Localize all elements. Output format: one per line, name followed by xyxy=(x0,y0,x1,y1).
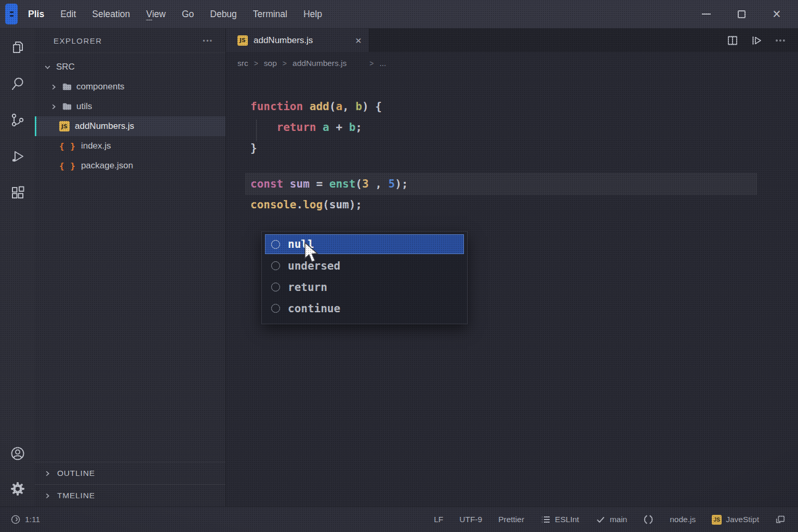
breadcrumb-item[interactable]: src xyxy=(237,59,248,68)
editor-area: JS addNumbers.js × src>sop>addNumbers.js… xyxy=(226,29,798,507)
status-linter[interactable]: ESLInt xyxy=(540,514,579,525)
activity-bar-top xyxy=(7,37,28,203)
tree-item-package-json[interactable]: { }package.json xyxy=(35,156,225,176)
suggest-item-return[interactable]: return xyxy=(262,276,467,298)
status-encoding[interactable]: UTF-9 xyxy=(459,515,482,524)
folder-icon xyxy=(62,102,72,111)
status-formatter[interactable]: Prettier xyxy=(498,515,524,524)
tree-label: components xyxy=(76,82,125,92)
breadcrumb: src>sop>addNumbers.js>... xyxy=(226,52,798,75)
menu-edit[interactable]: Edit xyxy=(60,9,76,20)
tree-label: SRC xyxy=(56,62,75,72)
code-line: console.log(sum); xyxy=(250,194,756,215)
breadcrumb-separator-icon: > xyxy=(283,59,287,68)
close-button[interactable]: × xyxy=(771,8,782,20)
menu-debug[interactable]: Debug xyxy=(210,9,237,20)
chevron-right-icon xyxy=(44,492,51,500)
list-icon xyxy=(540,514,551,525)
window-controls: × xyxy=(700,8,790,20)
status-label: LF xyxy=(434,515,443,524)
status-sync[interactable] xyxy=(643,514,654,525)
tab-bar: JS addNumbers.js × xyxy=(226,29,798,52)
status-cursor-position[interactable]: 1:11 xyxy=(10,514,40,525)
breadcrumb-separator-icon: > xyxy=(254,59,258,68)
maximize-icon xyxy=(738,10,746,18)
js-badge-icon: JS xyxy=(712,515,722,525)
section-label: TMELINE xyxy=(57,491,95,500)
tab-addnumbers[interactable]: JS addNumbers.js × xyxy=(226,29,369,52)
suggest-item-null[interactable]: null xyxy=(265,234,464,254)
minimize-icon xyxy=(702,14,711,15)
suggest-label: continue xyxy=(288,302,340,315)
code-editor[interactable]: function add(a, b) { return a + b;}const… xyxy=(226,75,798,215)
maximize-button[interactable] xyxy=(736,8,747,20)
menu-seleation[interactable]: Seleation xyxy=(92,9,130,20)
run-icon xyxy=(750,34,763,47)
code-line: const sum = enst(3 , 5); xyxy=(246,174,756,194)
explorer-header: EXPLORER ••• xyxy=(35,29,225,52)
more-actions-icon[interactable]: ••• xyxy=(203,37,213,45)
statusbar-left: 1:11 xyxy=(10,514,40,525)
status-line-ending[interactable]: LF xyxy=(434,515,443,524)
minimize-button[interactable] xyxy=(700,8,712,20)
more-button[interactable] xyxy=(774,34,787,47)
split-editor-button[interactable] xyxy=(726,34,739,47)
tree-item-index-js[interactable]: { }index.js xyxy=(35,136,225,156)
activity-settings-button[interactable] xyxy=(7,478,28,499)
breadcrumb-item[interactable]: addNumbers.js xyxy=(292,59,347,68)
breadcrumb-overflow[interactable]: ... xyxy=(379,59,386,68)
js-file-icon: JS xyxy=(59,121,70,131)
app-window: PlisEditSeleationViewGoDebugTerminalHelp… xyxy=(0,0,798,532)
source-control-icon xyxy=(9,112,26,128)
status-remote-window[interactable] xyxy=(775,514,786,525)
folder-icon xyxy=(62,82,72,91)
suggest-label: return xyxy=(288,281,327,294)
tree-item-components[interactable]: components xyxy=(35,77,225,97)
status-language-mode[interactable]: JSJaveStipt xyxy=(712,515,759,525)
section-tmeline[interactable]: TMELINE xyxy=(35,484,225,507)
breadcrumb-item[interactable]: sop xyxy=(264,59,277,68)
extensions-icon xyxy=(9,184,26,201)
braces-file-icon: { } xyxy=(59,161,76,171)
activity-account-button[interactable] xyxy=(7,443,28,464)
tree-label: package.json xyxy=(81,161,133,171)
code-line: } xyxy=(250,138,756,158)
menu-view[interactable]: View xyxy=(146,9,166,20)
section-outline[interactable]: OUTLINE xyxy=(35,462,225,484)
menu-plis[interactable]: Plis xyxy=(28,9,44,20)
split-editor-icon xyxy=(726,34,739,47)
run-button[interactable] xyxy=(750,34,763,47)
activity-extensions-button[interactable] xyxy=(7,182,28,203)
chevron-down-icon xyxy=(44,63,51,71)
menu-go[interactable]: Go xyxy=(182,9,194,20)
title-bar: PlisEditSeleationViewGoDebugTerminalHelp… xyxy=(0,0,798,29)
status-runtime[interactable]: node.js xyxy=(670,515,696,524)
activity-files-button[interactable] xyxy=(7,37,28,58)
menu-terminal[interactable]: Terminal xyxy=(253,9,287,20)
suggest-label: null xyxy=(288,238,314,250)
tree-item-addnumbers-js[interactable]: JSaddNumbers.js xyxy=(35,116,225,136)
activity-source-control-button[interactable] xyxy=(7,110,28,130)
tab-close-icon[interactable]: × xyxy=(355,34,362,47)
activity-search-button[interactable] xyxy=(7,73,28,94)
activity-run-debug-button[interactable] xyxy=(7,146,28,167)
files-icon xyxy=(9,39,26,56)
status-label: UTF-9 xyxy=(459,515,482,524)
editor-actions xyxy=(726,29,798,52)
tree-item-src[interactable]: SRC xyxy=(35,57,225,77)
activity-bar-bottom xyxy=(7,443,28,499)
status-label: main xyxy=(610,515,628,524)
breadcrumb-separator-icon: > xyxy=(369,59,374,68)
status-git-branch[interactable]: main xyxy=(595,514,628,525)
check-icon xyxy=(595,514,606,525)
tree-item-utils[interactable]: utils xyxy=(35,97,225,116)
status-label: ESLInt xyxy=(555,515,579,524)
explorer-sidebar: EXPLORER ••• SRCcomponentsutilsJSaddNumb… xyxy=(35,29,226,507)
menu-help[interactable]: Help xyxy=(303,9,322,20)
app-logo-icon xyxy=(5,4,18,24)
suggest-label: undersed xyxy=(288,260,340,272)
suggest-item-continue[interactable]: continue xyxy=(262,298,467,319)
suggest-item-undersed[interactable]: undersed xyxy=(262,255,467,276)
account-icon xyxy=(9,445,26,462)
code-line xyxy=(250,158,756,174)
